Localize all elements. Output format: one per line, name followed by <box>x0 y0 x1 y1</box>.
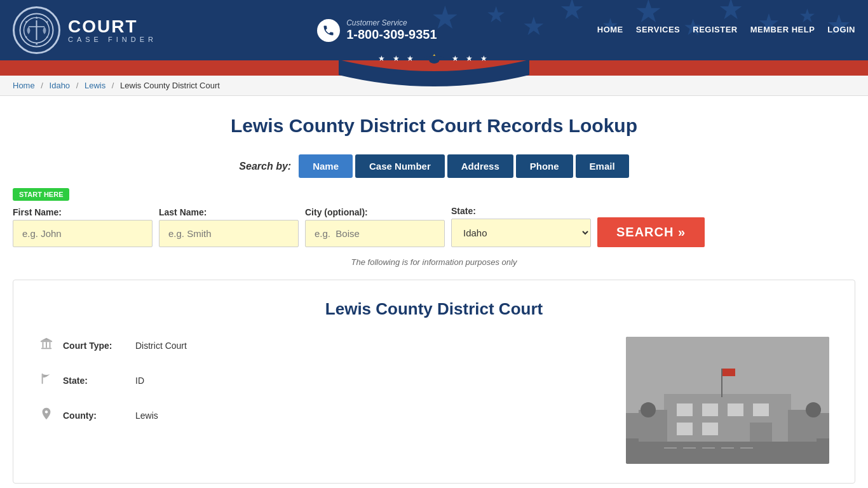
court-type-value: District Court <box>135 341 187 351</box>
nav-register[interactable]: REGISTER <box>693 25 737 36</box>
city-label: City (optional): <box>305 207 445 217</box>
tab-case-number[interactable]: Case Number <box>355 154 445 178</box>
last-name-group: Last Name: <box>159 207 299 247</box>
svg-point-49 <box>641 402 656 417</box>
svg-point-50 <box>806 402 821 417</box>
main-content: Lewis County District Court Records Look… <box>0 96 868 488</box>
county-icon <box>39 407 54 424</box>
tab-address[interactable]: Address <box>447 154 513 178</box>
start-here-badge: START HERE <box>13 188 69 201</box>
logo-text: COURT CASE FINDER <box>68 18 157 43</box>
svg-rect-34 <box>702 403 718 416</box>
logo-court: COURT <box>68 18 157 36</box>
court-type-icon <box>39 337 54 354</box>
search-by-label: Search by: <box>239 161 291 172</box>
state-detail-value: ID <box>135 376 144 386</box>
eagle-container: ★ ★ ★ ★ ★ ★ <box>378 49 489 68</box>
svg-text:★: ★ <box>35 16 38 20</box>
court-photo <box>626 337 829 464</box>
info-text: The following is for information purpose… <box>13 257 855 267</box>
logo-area: ★ ★ ★ ★ ★ ★ COURT CASE FINDER <box>13 6 157 54</box>
customer-service: Customer Service 1-800-309-9351 <box>317 18 437 42</box>
nav-login[interactable]: LOGIN <box>827 25 855 36</box>
state-icon <box>39 372 54 389</box>
cs-label: Customer Service <box>346 18 437 27</box>
svg-text:★: ★ <box>799 5 816 26</box>
svg-rect-26 <box>46 342 47 348</box>
main-nav: HOME SERVICES REGISTER MEMBER HELP LOGIN <box>597 25 855 36</box>
nav-home[interactable]: HOME <box>597 25 623 36</box>
state-detail-label: State: <box>63 376 126 386</box>
phone-icon <box>317 19 340 42</box>
stars-right: ★ ★ ★ <box>452 54 490 63</box>
court-card: Lewis County District Court <box>13 280 855 484</box>
svg-rect-24 <box>41 341 52 342</box>
svg-text:★: ★ <box>559 0 585 25</box>
breadcrumb-lewis[interactable]: Lewis <box>85 81 105 90</box>
svg-text:★: ★ <box>718 0 743 25</box>
search-by-row: Search by: Name Case Number Address Phon… <box>13 154 855 178</box>
court-card-body: Court Type: District Court State: ID <box>39 337 829 464</box>
tab-phone[interactable]: Phone <box>516 154 573 178</box>
city-input[interactable] <box>305 220 445 247</box>
search-form-row: First Name: Last Name: City (optional): … <box>13 206 855 247</box>
last-name-label: Last Name: <box>159 207 299 217</box>
state-row: State: ID <box>39 372 600 389</box>
svg-rect-33 <box>677 403 693 416</box>
svg-rect-37 <box>677 423 693 435</box>
court-type-row: Court Type: District Court <box>39 337 600 354</box>
svg-rect-36 <box>753 403 769 416</box>
nav-member-help[interactable]: MEMBER HELP <box>750 25 815 36</box>
logo-badge: ★ ★ ★ ★ ★ ★ <box>13 6 60 54</box>
state-select[interactable]: Idaho <box>451 219 591 247</box>
breadcrumb-home[interactable]: Home <box>13 81 35 90</box>
svg-text:★: ★ <box>522 12 545 40</box>
first-name-group: First Name: <box>13 207 153 247</box>
breadcrumb-sep-1: / <box>41 81 43 90</box>
svg-rect-38 <box>702 423 718 435</box>
svg-rect-23 <box>41 348 52 349</box>
ribbon-area: ★ ★ ★ ★ ★ ★ <box>0 60 868 76</box>
breadcrumb-current: Lewis County District Court <box>120 81 220 90</box>
county-value: Lewis <box>135 410 158 421</box>
nav-services[interactable]: SERVICES <box>636 25 681 36</box>
court-card-title: Lewis County District Court <box>39 299 829 319</box>
svg-rect-39 <box>750 423 772 442</box>
eagle-icon <box>421 49 447 68</box>
cs-phone: 1-800-309-9351 <box>346 27 437 42</box>
page-title: Lewis County District Court Records Look… <box>13 115 855 137</box>
svg-text:★: ★ <box>35 42 38 46</box>
breadcrumb-idaho[interactable]: Idaho <box>50 81 71 90</box>
court-details: Court Type: District Court State: ID <box>39 337 600 464</box>
svg-rect-31 <box>626 438 829 464</box>
customer-service-text: Customer Service 1-800-309-9351 <box>346 18 437 42</box>
city-group: City (optional): <box>305 207 445 247</box>
logo-finder: CASE FINDER <box>68 36 157 43</box>
logo-svg: ★ ★ ★ ★ ★ ★ <box>19 13 54 48</box>
first-name-input[interactable] <box>13 220 153 247</box>
svg-rect-25 <box>43 342 44 348</box>
breadcrumb-sep-3: / <box>112 81 114 90</box>
search-button[interactable]: SEARCH » <box>597 217 705 247</box>
search-form-area: START HERE First Name: Last Name: City (… <box>13 188 855 247</box>
breadcrumb-sep-2: / <box>76 81 79 90</box>
tab-email[interactable]: Email <box>576 154 629 178</box>
first-name-label: First Name: <box>13 207 153 217</box>
state-group: State: Idaho <box>451 206 591 247</box>
state-label: State: <box>451 206 591 216</box>
last-name-input[interactable] <box>159 220 299 247</box>
svg-rect-41 <box>722 369 735 376</box>
court-type-label: Court Type: <box>63 341 126 351</box>
svg-text:★: ★ <box>25 35 28 39</box>
stars-left: ★ ★ ★ <box>378 54 416 63</box>
svg-text:★: ★ <box>46 20 49 24</box>
svg-rect-35 <box>728 403 743 416</box>
county-row: County: Lewis <box>39 407 600 424</box>
court-building-image <box>626 337 829 464</box>
svg-rect-28 <box>42 374 43 384</box>
svg-text:★: ★ <box>486 2 506 27</box>
tab-name[interactable]: Name <box>299 154 353 178</box>
county-label: County: <box>63 410 126 421</box>
svg-rect-40 <box>721 369 722 397</box>
svg-rect-27 <box>50 342 51 348</box>
